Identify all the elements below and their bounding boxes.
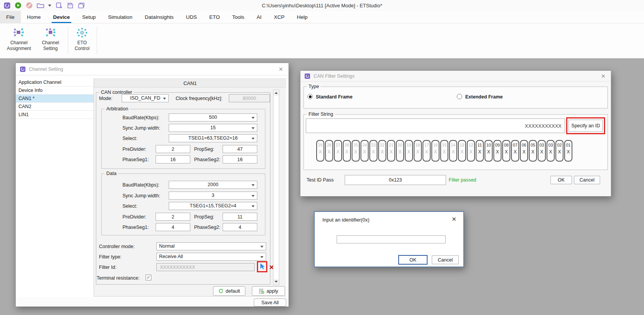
save-button[interactable] xyxy=(66,2,74,9)
filter-bit-box[interactable]: 24 X xyxy=(361,140,369,162)
menu-item[interactable]: Simulation xyxy=(102,11,139,23)
run-button[interactable] xyxy=(14,2,22,9)
specify-id-button[interactable]: Specify an ID xyxy=(569,120,603,132)
arb-baudrate-dropdown[interactable]: 500 xyxy=(169,113,257,122)
save-all-button[interactable] xyxy=(77,2,85,9)
new-project-button[interactable] xyxy=(55,2,63,9)
filter-bit-box[interactable]: 15 X xyxy=(440,140,448,162)
menu-item[interactable]: Help xyxy=(291,11,314,23)
arb-predivider-input[interactable] xyxy=(156,145,190,153)
filter-bit-row: 29 X 28 X 27 X 26 X 25 X 24 X 23 X 22 xyxy=(316,140,572,162)
menu-item[interactable]: ETO xyxy=(203,11,226,23)
arb-propseg-input[interactable] xyxy=(223,145,257,153)
eto-control-button[interactable]: ETOControl xyxy=(70,27,94,52)
menu-item[interactable]: Home xyxy=(21,11,47,23)
controller-mode-dropdown[interactable]: Normal xyxy=(156,242,266,250)
filter-bit-box[interactable]: 27 X xyxy=(334,140,342,162)
filter-bit-box[interactable]: 02 X xyxy=(555,140,564,162)
filter-type-dropdown[interactable]: Receive All xyxy=(156,253,266,261)
filter-bit-box[interactable]: 19 X xyxy=(405,140,413,162)
channel-nav-item[interactable]: LIN1 xyxy=(16,111,94,119)
menu-item[interactable]: Tools xyxy=(226,11,251,23)
channel-nav-item[interactable]: CAN1 * xyxy=(16,95,94,103)
mode-dropdown[interactable]: ISO_CAN_FD xyxy=(122,94,169,102)
arb-select-dropdown[interactable]: TSEG1=63,TSEG2=16 xyxy=(169,134,257,142)
filter-dialog-titlebar[interactable]: CAN Filter Settings ✕ xyxy=(300,71,611,82)
filter-bit-box[interactable]: 29 X xyxy=(316,140,324,162)
close-icon[interactable]: ✕ xyxy=(601,73,605,79)
filter-bit-box[interactable]: 03 X xyxy=(547,140,555,162)
channel-nav-item[interactable]: Application Channel xyxy=(16,78,94,87)
filter-bit-box[interactable]: 11 X xyxy=(476,140,484,162)
menu-item[interactable]: File xyxy=(0,11,21,23)
data-baudrate-dropdown[interactable]: 2000 xyxy=(169,181,257,189)
extended-frame-radio[interactable] xyxy=(457,94,462,99)
scroll-up-button[interactable] xyxy=(273,90,279,96)
save-all-button[interactable]: Save All xyxy=(254,298,286,307)
close-icon[interactable]: ✕ xyxy=(278,66,283,72)
terminal-resistance-checkbox[interactable]: ✓ xyxy=(146,275,151,280)
filter-bit-box[interactable]: 03 X xyxy=(538,140,546,162)
channel-dialog-titlebar[interactable]: Channel Setting ✕ xyxy=(16,63,288,75)
arb-sjw-dropdown[interactable]: 15 xyxy=(169,124,257,132)
open-file-dropdown-icon[interactable] xyxy=(48,2,52,9)
channel-setting-button[interactable]: ChannelSetting xyxy=(38,27,63,52)
filter-bit-box[interactable]: 12 X xyxy=(467,140,475,162)
filter-string-input[interactable] xyxy=(306,118,565,133)
filter-bit-box[interactable]: 28 X xyxy=(325,140,333,162)
filter-bit-box[interactable]: 21 X xyxy=(387,140,395,162)
panel-scrollbar[interactable] xyxy=(273,90,279,285)
identifier-input[interactable] xyxy=(337,235,446,243)
arb-phaseseg2-input[interactable] xyxy=(223,155,257,163)
menu-item[interactable]: Device xyxy=(47,11,76,23)
filter-bit-box[interactable]: 08 X xyxy=(502,140,510,162)
menu-item[interactable]: UDS xyxy=(180,11,203,23)
filter-bit-box[interactable]: 22 X xyxy=(378,140,386,162)
filter-bit-box[interactable]: 25 X xyxy=(352,140,360,162)
menu-item[interactable]: XCP xyxy=(268,11,291,23)
menu-item[interactable]: DataInsights xyxy=(139,11,180,23)
filter-bit-box[interactable]: 17 X xyxy=(423,140,431,162)
filter-bit-box[interactable]: 01 X xyxy=(564,140,572,162)
test-id-input[interactable] xyxy=(345,175,446,185)
channel-nav-item[interactable]: Device Info xyxy=(16,87,94,95)
default-button[interactable]: default xyxy=(213,286,245,296)
open-file-button[interactable] xyxy=(37,2,44,9)
filter-bit-box[interactable]: 07 X xyxy=(511,140,519,162)
channel-assignment-button[interactable]: ChannelAssignment xyxy=(2,27,35,52)
filter-bit-box[interactable]: 18 X xyxy=(414,140,422,162)
data-predivider-input[interactable] xyxy=(156,213,190,221)
filter-bit-box[interactable]: 05 X xyxy=(529,140,537,162)
filter-bit-box[interactable]: 26 X xyxy=(343,140,351,162)
close-icon[interactable]: ✕ xyxy=(451,216,456,223)
data-propseg-input[interactable] xyxy=(223,213,257,221)
cancel-button[interactable]: Cancel xyxy=(432,255,459,264)
data-select-dropdown[interactable]: TSEG1=15,TSEG2=4 xyxy=(169,202,257,210)
apply-button[interactable]: apply xyxy=(252,286,285,296)
standard-frame-radio[interactable] xyxy=(307,94,313,99)
chevron-down-icon xyxy=(252,184,255,186)
data-sjw-label: Sync Jump width: xyxy=(122,193,160,198)
cancel-button[interactable]: Cancel xyxy=(574,176,600,184)
ok-button[interactable]: OK xyxy=(550,176,572,184)
channel-setting-icon xyxy=(45,27,56,38)
ok-button[interactable]: OK xyxy=(398,255,428,265)
filter-bit-box[interactable]: 14 X xyxy=(449,140,457,162)
cursor-arrow-icon[interactable] xyxy=(259,263,266,272)
channel-nav-item[interactable]: CAN2 xyxy=(16,103,94,111)
filter-bit-box[interactable]: 13 X xyxy=(458,140,466,162)
filter-bit-box[interactable]: 10 X xyxy=(485,140,493,162)
filter-bit-box[interactable]: 16 X xyxy=(431,140,439,162)
scroll-down-button[interactable] xyxy=(273,279,279,285)
window-titlebar[interactable]: C:\Users\yinhu\Desktop\111 [Active Mode]… xyxy=(0,0,644,11)
filter-bit-box[interactable]: 09 X xyxy=(493,140,501,162)
menu-item[interactable]: AI xyxy=(250,11,268,23)
filter-bit-box[interactable]: 20 X xyxy=(396,140,404,162)
filter-bit-box[interactable]: 23 X xyxy=(369,140,377,162)
filter-bit-box[interactable]: 06 X xyxy=(520,140,528,162)
arb-phaseseg1-input[interactable] xyxy=(156,155,190,163)
data-phaseseg1-input[interactable] xyxy=(156,223,190,231)
data-sjw-dropdown[interactable]: 3 xyxy=(169,192,257,200)
menu-item[interactable]: Setup xyxy=(76,11,102,23)
data-phaseseg2-input[interactable] xyxy=(223,223,257,231)
